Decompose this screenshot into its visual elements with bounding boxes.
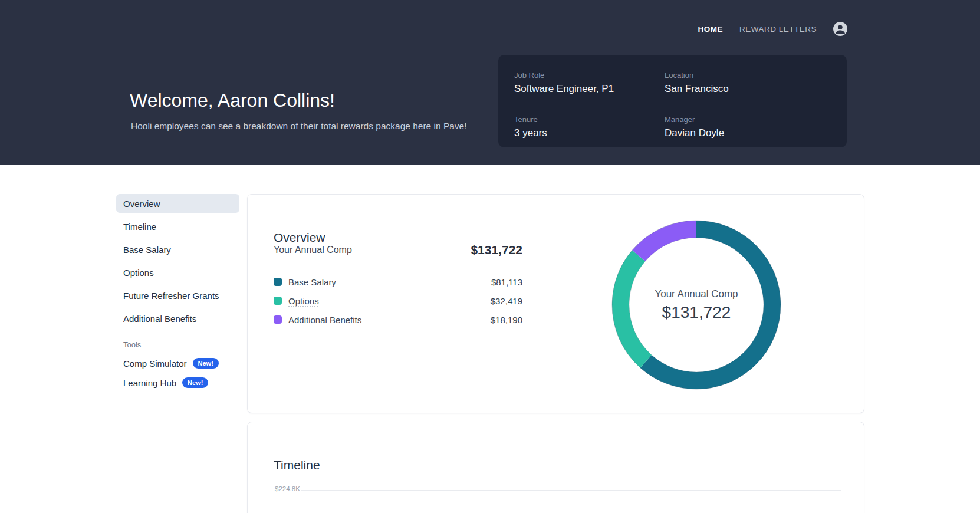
welcome-heading: Welcome, Aaron Collins! — [130, 90, 335, 111]
options-swatch-icon — [274, 297, 282, 305]
profile-field-manager: Manager Davian Doyle — [665, 115, 847, 148]
account-avatar-icon[interactable] — [833, 22, 847, 36]
profile-field-location: Location San Francisco — [665, 71, 847, 104]
tools-section-header: Tools — [123, 340, 239, 349]
field-label: Manager — [665, 115, 847, 124]
field-label: Location — [665, 71, 847, 80]
tool-label: Learning Hub — [123, 378, 176, 388]
legend-value: $18,190 — [491, 315, 522, 325]
new-badge: New! — [193, 358, 219, 369]
welcome-subtitle: Hooli employees can see a breakdown of t… — [131, 121, 467, 131]
timeline-card: Timeline $224.8K — [247, 422, 864, 513]
field-value: Davian Doyle — [665, 127, 847, 139]
legend-row-additional-benefits: Additional Benefits $18,190 — [274, 310, 522, 329]
new-badge: New! — [182, 377, 208, 388]
donut-inner-outline — [629, 238, 764, 372]
field-value: San Francisco — [665, 83, 847, 95]
annual-comp-label: Your Annual Comp — [274, 245, 352, 255]
nav-home[interactable]: HOME — [698, 25, 723, 34]
sidebar-item-comp-simulator[interactable]: Comp Simulator New! — [116, 358, 239, 369]
additional-benefits-swatch-icon — [274, 315, 282, 324]
profile-field-tenure: Tenure 3 years — [514, 115, 665, 148]
legend-label: Base Salary — [288, 277, 336, 287]
sidebar-item-timeline[interactable]: Timeline — [116, 217, 239, 236]
field-value: Software Engineer, P1 — [514, 83, 665, 95]
tool-label: Comp Simulator — [123, 359, 187, 369]
timeline-card-title: Timeline — [274, 458, 320, 472]
annual-comp-total-row: Your Annual Comp $131,722 — [274, 243, 522, 257]
legend-value: $81,113 — [491, 277, 522, 287]
divider — [274, 268, 522, 268]
pave-dashboard: HOME REWARD LETTERS Welcome, Aaron Colli… — [0, 0, 980, 513]
comp-breakdown-legend: Base Salary $81,113 Options $32,419 Addi… — [274, 272, 522, 329]
annual-comp-value: $131,722 — [471, 243, 522, 257]
employee-profile-card: Job Role Software Engineer, P1 Location … — [498, 55, 847, 147]
nav-reward-letters[interactable]: REWARD LETTERS — [739, 25, 817, 34]
field-label: Job Role — [514, 71, 665, 80]
legend-label-options-tooltip[interactable]: Options — [288, 296, 319, 306]
base-salary-swatch-icon — [274, 278, 282, 286]
sidebar-item-overview[interactable]: Overview — [116, 194, 239, 213]
overview-card: Overview Your Annual Comp $131,722 Base … — [247, 194, 864, 413]
hero-header: HOME REWARD LETTERS Welcome, Aaron Colli… — [0, 0, 980, 165]
legend-label: Additional Benefits — [288, 315, 361, 325]
timeline-y-axis-tick: $224.8K — [275, 485, 300, 492]
sidebar-item-base-salary[interactable]: Base Salary — [116, 240, 239, 259]
annual-comp-donut-chart[interactable]: Your Annual Comp $131,722 — [611, 219, 782, 390]
field-label: Tenure — [514, 115, 665, 124]
legend-row-options: Options $32,419 — [274, 291, 522, 310]
legend-value: $32,419 — [491, 296, 522, 306]
field-value: 3 years — [514, 127, 665, 139]
profile-field-job-role: Job Role Software Engineer, P1 — [514, 71, 665, 104]
timeline-gridline — [301, 490, 841, 491]
sidebar-item-future-refresher-grants[interactable]: Future Refresher Grants — [116, 286, 239, 305]
sidebar-item-additional-benefits[interactable]: Additional Benefits — [116, 309, 239, 328]
donut-svg — [611, 219, 782, 390]
section-sidebar: Overview Timeline Base Salary Options Fu… — [116, 194, 239, 388]
sidebar-item-options[interactable]: Options — [116, 263, 239, 282]
top-navigation: HOME REWARD LETTERS — [698, 22, 847, 36]
legend-row-base-salary: Base Salary $81,113 — [274, 272, 522, 291]
sidebar-item-learning-hub[interactable]: Learning Hub New! — [116, 377, 239, 388]
